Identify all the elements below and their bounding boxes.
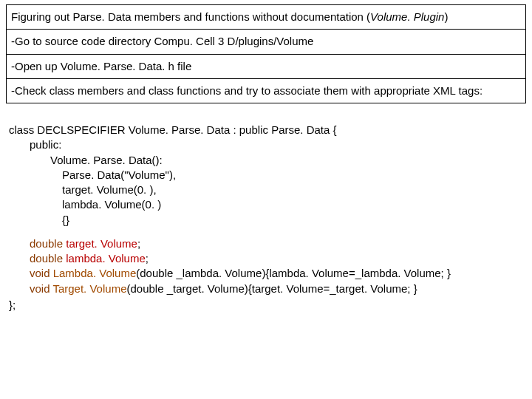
- member-lambda-volume: lambda. Volume: [66, 252, 146, 265]
- title-text: Figuring out Parse. Data members and fun…: [11, 10, 370, 23]
- semi-2: ;: [146, 252, 149, 265]
- step-row-3: -Check class members and class functions…: [6, 79, 526, 103]
- step-2-text: -Open up Volume. Parse. Data. h file: [11, 60, 191, 72]
- member-line-2: double lambda. Volume;: [9, 251, 523, 266]
- title-row: Figuring out Parse. Data members and fun…: [6, 4, 526, 30]
- code-line-1: class DECLSPECIFIER Volume. Parse. Data …: [9, 123, 523, 137]
- fn-target-body: (double _target. Volume){target. Volume=…: [126, 282, 417, 295]
- kw-void-1: void: [30, 267, 53, 279]
- member-line-4: void Target. Volume(double _target. Volu…: [9, 282, 523, 296]
- code-close: };: [9, 298, 523, 313]
- kw-double-2: double: [30, 252, 66, 265]
- fn-lambda-body: (double _lambda. Volume){lambda. Volume=…: [136, 267, 451, 279]
- code-line-2: public:: [9, 137, 523, 152]
- member-target-volume: target. Volume: [66, 237, 137, 250]
- semi-1: ;: [137, 237, 140, 250]
- code-line-3: Volume. Parse. Data():: [9, 153, 523, 168]
- kw-void-2: void: [30, 282, 52, 295]
- fn-target-volume: Target. Volume: [52, 282, 126, 295]
- kw-double-1: double: [30, 237, 66, 250]
- fn-lambda-volume: Lambda. Volume: [53, 267, 137, 279]
- member-line-3: void Lambda. Volume(double _lambda. Volu…: [9, 266, 523, 281]
- code-line-6: lambda. Volume(0. ): [9, 197, 523, 212]
- title-italic: Volume. Plugin: [370, 10, 444, 23]
- title-suffix: ): [444, 10, 448, 23]
- step-row-1: -Go to source code directory Compu. Cell…: [6, 30, 526, 54]
- code-line-7: {}: [9, 213, 523, 228]
- member-line-1: double target. Volume;: [9, 236, 523, 251]
- step-row-2: -Open up Volume. Parse. Data. h file: [6, 55, 526, 79]
- code-line-4: Parse. Data("Volume"),: [9, 168, 523, 183]
- step-3-text: -Check class members and class functions…: [11, 84, 482, 97]
- code-line-5: target. Volume(0. ),: [9, 183, 523, 197]
- step-1-text: -Go to source code directory Compu. Cell…: [11, 35, 313, 47]
- page: Figuring out Parse. Data members and fun…: [0, 0, 532, 399]
- code-block: class DECLSPECIFIER Volume. Parse. Data …: [6, 123, 526, 313]
